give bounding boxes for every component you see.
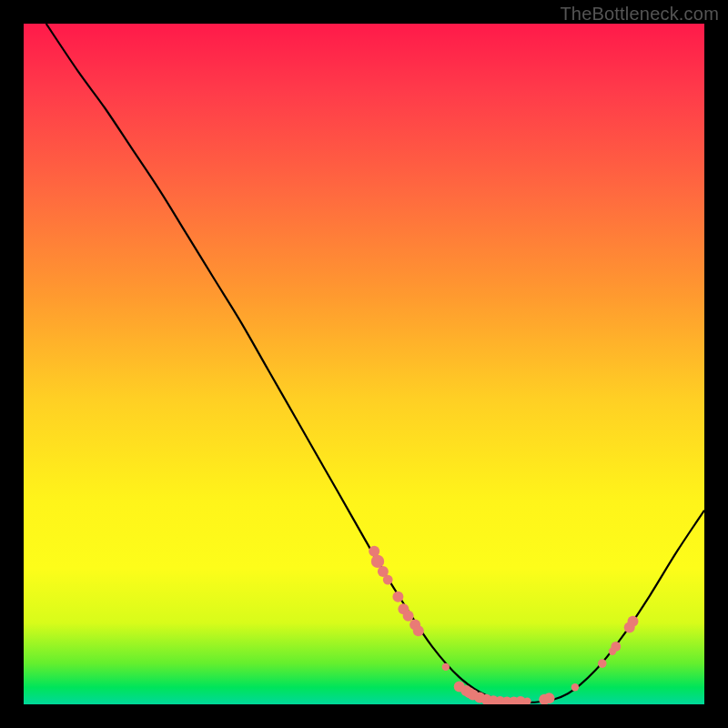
data-marker bbox=[544, 693, 555, 703]
data-marker bbox=[611, 642, 621, 652]
data-markers bbox=[369, 546, 638, 704]
watermark-text: TheBottleneck.com bbox=[560, 4, 719, 25]
data-marker bbox=[403, 611, 414, 622]
data-marker bbox=[442, 663, 450, 671]
data-marker bbox=[383, 575, 393, 585]
data-marker bbox=[371, 555, 384, 568]
data-marker bbox=[571, 683, 579, 691]
data-marker bbox=[413, 625, 424, 636]
data-marker bbox=[598, 659, 607, 668]
bottleneck-curve bbox=[46, 24, 704, 703]
data-marker bbox=[628, 616, 639, 627]
data-marker bbox=[392, 592, 403, 602]
plot-area bbox=[24, 24, 704, 704]
chart-svg bbox=[24, 24, 704, 704]
